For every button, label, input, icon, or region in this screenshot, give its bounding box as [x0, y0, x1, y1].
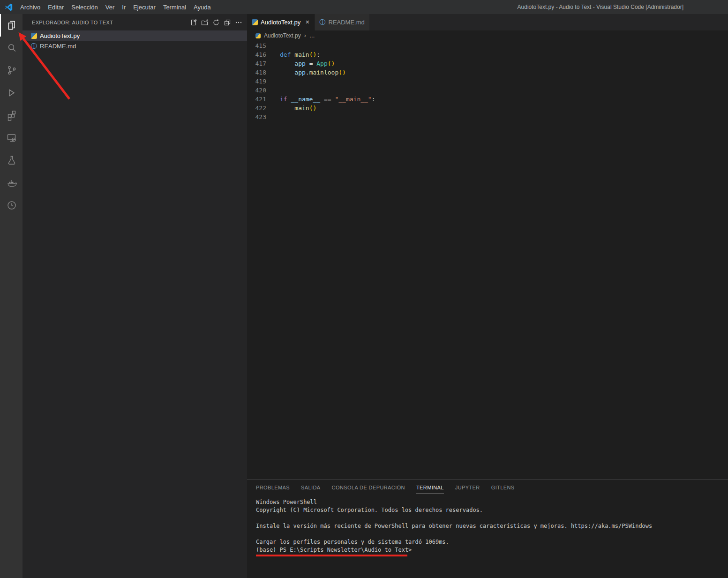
- line-number[interactable]: 420: [247, 86, 266, 95]
- code-text: if __name__ == "__main__":: [266, 95, 375, 104]
- info-file-icon: ⓘ: [320, 19, 326, 25]
- menu-ayuda[interactable]: Ayuda: [190, 4, 215, 11]
- code-line[interactable]: 415: [247, 41, 728, 50]
- code-text: [266, 86, 284, 95]
- code-line[interactable]: 419: [247, 77, 728, 86]
- collapse-all-icon[interactable]: [224, 19, 231, 26]
- code-text: [266, 41, 284, 50]
- panel-tab-salida[interactable]: SALIDA: [301, 481, 321, 494]
- breadcrumb: AudiotoText.py › …: [247, 30, 728, 41]
- activity-bar: [0, 14, 23, 578]
- line-number[interactable]: 422: [247, 104, 266, 113]
- bottom-panel: PROBLEMASSALIDACONSOLA DE DEPURACIÓNTERM…: [247, 479, 728, 578]
- terminal-line: [256, 514, 728, 522]
- code-line[interactable]: 423: [247, 113, 728, 121]
- terminal-line: Copyright (C) Microsoft Corporation. Tod…: [256, 506, 728, 514]
- history-clock-icon[interactable]: [0, 194, 23, 217]
- file-row-audiototext[interactable]: AudiotoText.py: [23, 30, 247, 41]
- line-number[interactable]: 416: [247, 50, 266, 59]
- code-line[interactable]: 417 app = App(): [247, 59, 728, 68]
- explorer-header: EXPLORADOR: AUDIO TO TEXT: [23, 14, 247, 30]
- line-number[interactable]: 419: [247, 77, 266, 86]
- menu-ejecutar[interactable]: Ejecutar: [129, 4, 159, 11]
- tab-label: README.md: [329, 19, 365, 26]
- docker-icon[interactable]: [0, 172, 23, 194]
- tab-readme[interactable]: ⓘ README.md: [315, 14, 370, 30]
- breadcrumb-file[interactable]: AudiotoText.py: [264, 32, 301, 39]
- terminal-line: (base) PS E:\Scripts Newsletter\Audio to…: [256, 546, 728, 554]
- panel-tab-gitlens[interactable]: GITLENS: [491, 481, 515, 494]
- menu-terminal[interactable]: Terminal: [159, 4, 190, 11]
- line-number[interactable]: 418: [247, 68, 266, 77]
- chevron-right-icon: ›: [304, 32, 306, 39]
- sidebar-actions: [190, 19, 242, 26]
- file-list: AudiotoText.py ⓘ README.md: [23, 30, 247, 51]
- terminal-line: Instale la versión más reciente de Power…: [256, 522, 728, 530]
- extensions-icon[interactable]: [0, 104, 23, 127]
- panel-tab-bar: PROBLEMASSALIDACONSOLA DE DEPURACIÓNTERM…: [247, 480, 728, 495]
- code-text: def main():: [266, 50, 320, 59]
- file-row-readme[interactable]: ⓘ README.md: [23, 41, 247, 51]
- python-file-icon: [252, 19, 258, 25]
- code-text: app.mainloop(): [266, 68, 346, 77]
- terminal-line: Cargar los perfiles personales y de sist…: [256, 538, 728, 546]
- code-text: main(): [266, 104, 316, 113]
- code-line[interactable]: 421if __name__ == "__main__":: [247, 95, 728, 104]
- new-folder-icon[interactable]: [201, 19, 209, 26]
- python-file-icon: [255, 33, 261, 38]
- breadcrumb-more[interactable]: …: [309, 32, 315, 39]
- editor-tab-bar: AudiotoText.py ✕ ⓘ README.md: [247, 14, 728, 30]
- line-number[interactable]: 421: [247, 95, 266, 104]
- panel-tab-problemas[interactable]: PROBLEMAS: [256, 481, 290, 494]
- search-icon[interactable]: [0, 37, 23, 59]
- terminal-line: Windows PowerShell: [256, 498, 728, 506]
- run-debug-icon[interactable]: [0, 82, 23, 104]
- more-actions-icon[interactable]: [235, 19, 242, 26]
- line-number[interactable]: 417: [247, 59, 266, 68]
- code-text: [266, 77, 284, 86]
- code-line[interactable]: 418 app.mainloop(): [247, 68, 728, 77]
- testing-beaker-icon[interactable]: [0, 149, 23, 172]
- panel-tab-jupyter[interactable]: JUPYTER: [455, 481, 480, 494]
- code-line[interactable]: 422 main(): [247, 104, 728, 113]
- tab-audiototext[interactable]: AudiotoText.py ✕: [247, 14, 315, 30]
- line-number[interactable]: 415: [247, 41, 266, 50]
- close-icon[interactable]: ✕: [305, 19, 309, 25]
- explorer-title: EXPLORADOR: AUDIO TO TEXT: [32, 20, 113, 25]
- refresh-icon[interactable]: [212, 19, 220, 26]
- line-number[interactable]: 423: [247, 113, 266, 121]
- vscode-logo-icon: [0, 3, 16, 11]
- code-text: app = App(): [266, 59, 335, 68]
- editor-group: AudiotoText.py ✕ ⓘ README.md AudiotoText…: [247, 14, 728, 578]
- title-bar: ArchivoEditarSelecciónVerIrEjecutarTermi…: [0, 0, 728, 14]
- new-file-icon[interactable]: [190, 19, 197, 26]
- panel-tab-consola-de-depuraci-n[interactable]: CONSOLA DE DEPURACIÓN: [332, 481, 405, 494]
- menu-editar[interactable]: Editar: [44, 4, 68, 11]
- menu-ver[interactable]: Ver: [102, 4, 119, 11]
- python-file-icon: [31, 33, 37, 39]
- info-file-icon: ⓘ: [31, 43, 37, 49]
- menu-ir[interactable]: Ir: [118, 4, 129, 11]
- terminal-output[interactable]: Windows PowerShellCopyright (C) Microsof…: [247, 495, 728, 578]
- code-editor[interactable]: 415 416def main():417 app = App()418 app…: [247, 41, 728, 479]
- tab-label: AudiotoText.py: [261, 19, 300, 26]
- source-control-icon[interactable]: [0, 59, 23, 82]
- file-name: README.md: [40, 43, 76, 50]
- explorer-sidebar: EXPLORADOR: AUDIO TO TEXT AudiotoText.py…: [23, 14, 247, 578]
- file-name: AudiotoText.py: [40, 32, 80, 39]
- code-text: [266, 113, 284, 121]
- terminal-line: [256, 530, 728, 538]
- remote-explorer-icon[interactable]: [0, 127, 23, 149]
- panel-tab-terminal[interactable]: TERMINAL: [416, 481, 444, 494]
- explorer-icon[interactable]: [0, 14, 23, 37]
- menu-selecci-n[interactable]: Selección: [68, 4, 101, 11]
- menu-bar: ArchivoEditarSelecciónVerIrEjecutarTermi…: [16, 4, 215, 11]
- code-line[interactable]: 416def main():: [247, 50, 728, 59]
- window-title: AudiotoText.py - Audio to Text - Visual …: [518, 4, 683, 10]
- code-line[interactable]: 420: [247, 86, 728, 95]
- menu-archivo[interactable]: Archivo: [16, 4, 44, 11]
